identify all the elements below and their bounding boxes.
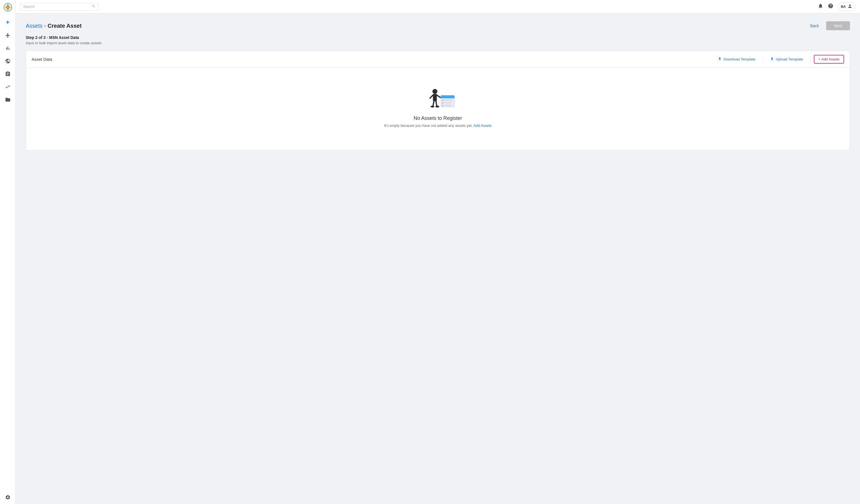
download-template-button[interactable]: Download Template [714, 55, 759, 63]
svg-rect-15 [444, 102, 451, 103]
topnav-icons: BA [818, 2, 856, 11]
svg-point-16 [442, 105, 443, 106]
empty-add-assets-link[interactable]: Add Assets [473, 124, 491, 128]
user-avatar-icon [847, 4, 852, 10]
user-menu[interactable]: BA [838, 2, 856, 11]
back-button[interactable]: Back [806, 22, 823, 30]
breadcrumb: Assets › Create Asset [26, 23, 82, 29]
search-input[interactable] [23, 4, 90, 9]
page-header: Assets › Create Asset Back Next [26, 21, 850, 30]
search-box[interactable] [20, 3, 99, 11]
svg-rect-13 [444, 99, 453, 101]
search-icon [91, 4, 96, 9]
svg-line-3 [430, 95, 433, 98]
page-content: Assets › Create Asset Back Next Step 2 o… [16, 13, 860, 504]
asset-data-card: Asset Data Download Template Upload Temp… [26, 51, 850, 150]
separator-2 [810, 56, 811, 63]
svg-point-12 [442, 99, 443, 101]
upload-template-button[interactable]: Upload Template [766, 55, 807, 63]
notification-icon[interactable] [818, 3, 823, 10]
user-initials: BA [841, 5, 846, 9]
empty-state: No Assets to Register It's empty because… [26, 68, 850, 150]
svg-line-5 [433, 101, 434, 106]
sidebar-item-globe[interactable] [4, 57, 12, 65]
app-logo [3, 3, 12, 12]
svg-point-8 [435, 105, 439, 107]
step-info: Step 2 of 3 - MSN Asset Data Input or bu… [26, 35, 850, 45]
help-icon[interactable] [828, 3, 833, 10]
upload-icon [770, 57, 774, 62]
empty-title: No Assets to Register [414, 115, 462, 121]
add-assets-button[interactable]: + Add Assets [814, 55, 844, 63]
upload-template-label: Upload Template [776, 57, 803, 61]
empty-subtitle: It's empty because you have not added an… [384, 124, 491, 128]
step-subtitle: Input or bulk import asset data to creat… [26, 41, 850, 45]
svg-line-4 [437, 95, 440, 98]
breadcrumb-assets-link[interactable]: Assets [26, 23, 43, 29]
svg-rect-11 [441, 98, 455, 98]
sidebar-item-flight[interactable] [4, 31, 12, 39]
sidebar-item-clipboard[interactable] [4, 70, 12, 78]
topnav: BA [16, 0, 860, 13]
add-assets-label: + Add Assets [818, 57, 840, 61]
sidebar-item-folder[interactable] [4, 96, 12, 104]
breadcrumb-separator: › [44, 23, 46, 29]
svg-line-6 [436, 101, 437, 106]
sidebar-item-analytics[interactable] [4, 44, 12, 52]
sidebar: + [0, 0, 16, 504]
svg-point-1 [432, 89, 438, 94]
header-actions: Back Next [806, 21, 850, 30]
next-button[interactable]: Next [826, 21, 850, 30]
svg-point-14 [442, 102, 443, 104]
svg-point-7 [431, 105, 434, 107]
sidebar-item-add[interactable]: + [4, 18, 12, 26]
main-wrapper: BA Assets › Create Asset Back Next Step … [16, 0, 860, 504]
download-icon [718, 57, 722, 62]
svg-rect-17 [444, 105, 452, 106]
card-title: Asset Data [32, 57, 711, 62]
sidebar-item-settings[interactable] [4, 493, 12, 501]
sidebar-item-arrows[interactable] [4, 83, 12, 91]
step-title: Step 2 of 3 - MSN Asset Data [26, 35, 850, 40]
breadcrumb-current: Create Asset [47, 23, 82, 29]
download-template-label: Download Template [723, 57, 755, 61]
empty-illustration [418, 85, 457, 115]
card-header: Asset Data Download Template Upload Temp… [26, 51, 850, 68]
